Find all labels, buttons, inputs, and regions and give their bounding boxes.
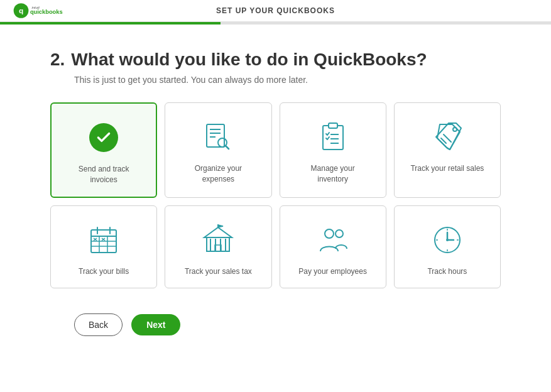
header-title: SET UP YOUR QUICKBOOKS [216,6,335,15]
option-label-bills: Track your bills [79,266,129,277]
step-subtitle: This is just to get you started. You can… [74,75,501,85]
option-label-retail: Track your retail sales [410,163,484,174]
inventory-icon [314,118,352,156]
next-button[interactable]: Next [131,314,180,335]
options-grid: Send and trackinvoices Organize yourexpe… [50,102,501,288]
option-card-retail[interactable]: Track your retail sales [394,102,501,198]
logo: q intuit quickbooks [13,1,82,21]
svg-point-40 [336,230,343,237]
back-button[interactable]: Back [74,313,123,336]
main-content: 2. What would you like to do in QuickBoo… [0,24,551,355]
svg-line-9 [226,146,229,149]
step-number: 2. [50,50,65,70]
option-card-inventory[interactable]: Manage yourinventory [280,102,386,198]
sales-tax-icon [199,221,237,259]
svg-rect-10 [323,126,343,150]
option-label-sales-tax: Track your sales tax [185,266,252,277]
option-label-invoices: Send and trackinvoices [79,164,129,185]
option-label-hours: Track hours [427,266,467,277]
option-label-expenses: Organize yourexpenses [195,163,242,185]
svg-marker-31 [204,227,232,237]
option-label-inventory: Manage yourinventory [311,163,355,185]
bills-icon [85,221,123,259]
option-label-employees: Pay your employees [298,266,367,277]
svg-rect-4 [207,124,224,147]
option-card-hours[interactable]: Track hours [394,205,501,289]
expenses-icon [199,118,237,156]
svg-point-44 [446,239,449,241]
header: q intuit quickbooks SET UP YOUR QUICKBOO… [0,0,551,22]
hours-icon [428,221,466,259]
svg-point-15 [453,128,457,131]
retail-icon [428,118,466,156]
invoice-icon [85,119,123,156]
step-header: 2. What would you like to do in QuickBoo… [50,50,501,70]
employees-icon [314,221,352,259]
option-card-expenses[interactable]: Organize yourexpenses [165,102,271,198]
option-card-bills[interactable]: Track your bills [50,205,157,289]
option-card-employees[interactable]: Pay your employees [280,205,386,289]
svg-text:quickbooks: quickbooks [30,9,63,15]
svg-rect-11 [329,123,337,128]
svg-line-16 [444,134,451,142]
step-question: What would you like to do in QuickBooks? [71,50,427,70]
svg-marker-33 [218,225,223,227]
option-card-sales-tax[interactable]: Track your sales tax [165,205,271,289]
svg-text:q: q [19,6,23,15]
footer-buttons: Back Next [74,313,501,336]
svg-point-39 [325,229,334,238]
option-card-invoices[interactable]: Send and trackinvoices [50,102,157,198]
